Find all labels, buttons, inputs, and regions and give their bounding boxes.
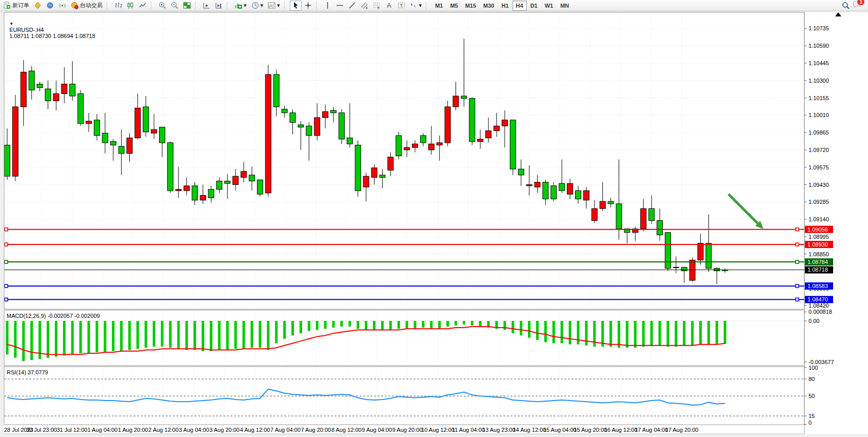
candlestick-chart-button[interactable] (125, 1, 136, 11)
period-button-d1[interactable]: D1 (527, 1, 541, 11)
period-button-m15[interactable]: M15 (462, 1, 480, 11)
auto-scroll-button[interactable] (201, 1, 212, 11)
main-chart-panel[interactable] (4, 12, 804, 309)
period-button-mn[interactable]: MN (557, 1, 573, 11)
line-handle[interactable] (796, 260, 799, 263)
price-tick-label: 1.08850 (808, 251, 829, 257)
dropdown-arrow-icon: ▾ (277, 2, 280, 9)
templates-button[interactable]: ▾ (266, 1, 282, 11)
trendline-button[interactable] (346, 1, 358, 11)
bear-candle-body (363, 176, 369, 187)
line-handle[interactable] (5, 298, 8, 301)
bull-candle-body (461, 96, 467, 99)
cursor-icon (292, 2, 300, 9)
bear-candle-body (453, 96, 459, 107)
tile-windows-button[interactable] (181, 1, 193, 11)
macd-tick-label: 0.00 (808, 318, 819, 324)
time-axis: 28 Jul 202330 Jul 23:0031 Jul 12:001 Aug… (4, 427, 698, 433)
vertical-line-button[interactable] (322, 1, 333, 11)
macd-histogram-bar (511, 321, 514, 333)
price-axis-area[interactable] (804, 12, 868, 434)
svg-text:E: E (366, 6, 368, 9)
line-handle[interactable] (796, 284, 799, 288)
macd-histogram-bar (666, 321, 669, 347)
label-button[interactable]: T (396, 1, 407, 11)
autotrading-label: 自动交易 (80, 2, 103, 9)
new-order-icon (3, 2, 11, 9)
macd-histogram-bar (707, 321, 710, 345)
macd-histogram-bar (316, 321, 319, 330)
line-handle[interactable] (796, 298, 799, 301)
chart-canvas[interactable]: 1.107351.105901.104451.103001.101551.100… (0, 0, 868, 437)
period-button-h1[interactable]: H1 (498, 1, 512, 11)
bear-candle-body (494, 126, 500, 130)
indicators-icon (234, 2, 242, 9)
date-label: 15 Aug 20:00 (574, 427, 607, 433)
market-button[interactable] (44, 1, 56, 11)
period-button-m5[interactable]: M5 (446, 1, 461, 11)
date-label: 11 Aug 04:00 (452, 427, 485, 433)
period-button-m30[interactable]: M30 (480, 1, 498, 11)
line-handle[interactable] (796, 243, 799, 246)
horizontal-line-button[interactable] (334, 1, 346, 11)
metaeditor-button[interactable] (32, 1, 44, 11)
macd-histogram-bar (340, 321, 343, 327)
line-handle[interactable] (796, 228, 799, 231)
macd-histogram-bar (626, 321, 628, 348)
candle (12, 95, 18, 181)
indicators-button[interactable]: ▾ (232, 1, 249, 11)
autotrading-button[interactable]: 自动交易 (69, 1, 105, 11)
line-handle[interactable] (5, 228, 8, 231)
channel-button[interactable]: E (359, 1, 370, 11)
cursor-button[interactable] (290, 1, 302, 11)
bear-candle-body (314, 118, 320, 136)
macd-histogram-bar (332, 321, 335, 328)
zoom-in-button[interactable] (156, 1, 168, 11)
signals-button[interactable] (56, 1, 68, 11)
macd-histogram-bar (446, 321, 449, 327)
text-icon: A (385, 2, 393, 9)
fibonacci-icon: F (373, 2, 381, 9)
bull-candle-body (216, 181, 222, 189)
price-tick-label: 1.09720 (808, 147, 829, 153)
bear-candle-body (323, 111, 328, 118)
svg-text:A: A (387, 2, 391, 9)
macd-histogram-bar (47, 321, 49, 358)
bear-candle-body (371, 168, 377, 178)
bull-candle-body (420, 136, 426, 143)
date-label: 9 Aug 04:00 (362, 427, 392, 433)
line-handle[interactable] (5, 260, 8, 263)
fibonacci-button[interactable]: F (371, 1, 383, 11)
search-button[interactable] (840, 1, 852, 11)
bull-candle-body (706, 243, 712, 269)
text-button[interactable]: A (383, 1, 395, 11)
bull-candle-body (37, 84, 43, 88)
period-button-m1[interactable]: M1 (431, 1, 446, 11)
symbol-dropdown-icon[interactable]: ▼ (9, 22, 13, 26)
date-label: 17 Aug 20:00 (665, 427, 699, 433)
price-flag-label: 1.08583 (807, 283, 828, 289)
bull-candle-body (673, 267, 679, 268)
periods-group: M1M5M15M30H1H4D1W1MN (431, 1, 573, 11)
crosshair-button[interactable] (302, 1, 314, 11)
new-order-button[interactable]: 新订单 (1, 1, 31, 11)
bear-candle-body (502, 120, 507, 126)
shapes-button[interactable]: ▾ (408, 1, 424, 11)
bar-chart-button[interactable] (112, 1, 124, 11)
zoom-out-button[interactable] (169, 1, 181, 11)
chart-shift-button[interactable] (213, 1, 225, 11)
periods-menu-button[interactable]: ▾ (249, 1, 266, 11)
bull-candle-body (273, 74, 279, 107)
period-button-h4[interactable]: H4 (512, 1, 527, 11)
chat-button[interactable]: 1 (853, 1, 862, 11)
date-label: 31 Jul 12:00 (56, 427, 87, 433)
period-button-w1[interactable]: W1 (541, 1, 557, 11)
line-chart-button[interactable] (137, 1, 149, 11)
line-handle[interactable] (5, 284, 8, 288)
macd-histogram-bar (609, 321, 612, 347)
macd-tick-label: 0.000818 (808, 309, 832, 315)
price-flag-label: 1.08930 (807, 241, 828, 248)
bear-candle-body (526, 185, 532, 186)
chart-shift-icon (215, 2, 223, 9)
line-handle[interactable] (5, 243, 8, 246)
